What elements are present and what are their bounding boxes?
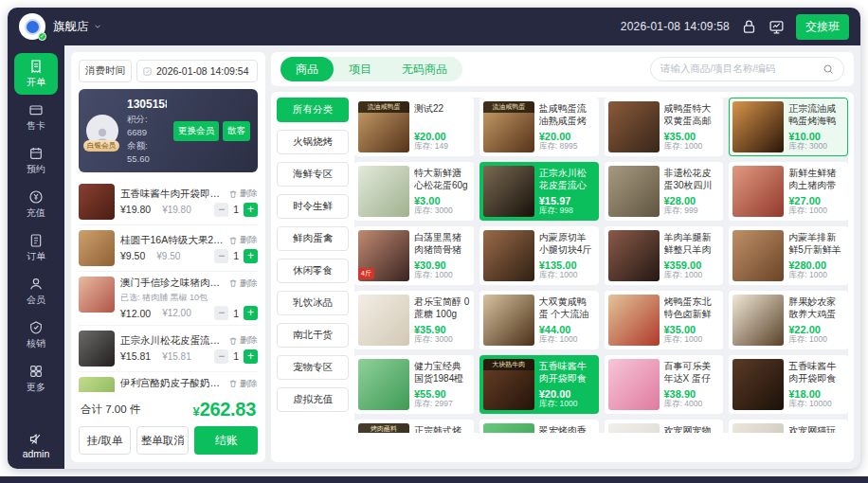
product-card[interactable]: 正宗永川松花皮蛋流心无铅工艺农...¥15.97库存: 998 bbox=[479, 162, 599, 221]
product-card[interactable]: 大块熟牛肉 五香味酱牛肉开袋即食卤牛肉熟食...¥20.00库存: 1000 bbox=[479, 355, 599, 414]
product-stock: 库存: 1000 bbox=[539, 400, 578, 409]
category-乳饮冰品[interactable]: 乳饮冰品 bbox=[277, 291, 349, 315]
screen: ✓ 旗舰店 2026-01-08 14:09:58 交接班 开单售卡预约充值订单… bbox=[0, 0, 868, 483]
product-card[interactable]: 五香味酱牛肉开袋即食卤牛肉熟食...¥18.00库存: 10000 bbox=[729, 355, 848, 414]
sidebar-item-label: 会员 bbox=[27, 294, 45, 307]
product-card[interactable]: 4斤 白荡里黑猪肉猪筒骨猪大骨敲汤煲...¥30.90库存: 1000 bbox=[354, 226, 474, 285]
category-时令生鲜[interactable]: 时令生鲜 bbox=[277, 194, 349, 219]
qty-plus-button[interactable]: + bbox=[244, 249, 258, 263]
nav-sidebar: 开单售卡预约充值订单会员核销更多 admin bbox=[8, 45, 64, 469]
tab-无码商品[interactable]: 无码商品 bbox=[387, 57, 462, 81]
product-image bbox=[483, 166, 534, 217]
product-image: 大块熟牛肉 bbox=[483, 359, 534, 410]
cart-item-delete-button[interactable]: 删除 bbox=[228, 188, 258, 200]
hold-order-button[interactable]: 挂/取单 bbox=[79, 426, 131, 455]
sidebar-item-shouka[interactable]: 售卡 bbox=[14, 97, 58, 138]
category-休闲零食[interactable]: 休闲零食 bbox=[277, 259, 349, 283]
qty-plus-button[interactable]: + bbox=[244, 349, 258, 364]
product-stock: 库存: 8995 bbox=[539, 142, 578, 152]
product-card[interactable]: 烤鸭蛋东北特色卤新鲜散养烟熏鸭蛋...¥35.00库存: 1000 bbox=[605, 291, 724, 349]
qty-value: 1 bbox=[233, 204, 239, 215]
sidebar-item-yuyue[interactable]: 预约 bbox=[14, 140, 58, 182]
catalog-area: 商品项目无码商品 请输入商品/项目名称/编码 所有分类火锅烧烤海鲜专区时令生鲜鲜… bbox=[271, 52, 854, 462]
member-icon bbox=[28, 277, 44, 292]
logo-emblem bbox=[25, 19, 41, 35]
product-card[interactable]: 欢宠网猫玩具猫咪... bbox=[729, 420, 848, 433]
qty-plus-button[interactable]: + bbox=[244, 306, 258, 320]
consume-time-input[interactable]: 2026-01-08 14:09:54 bbox=[136, 60, 258, 82]
product-name: 欢宠网猫玩具猫咪... bbox=[788, 424, 844, 433]
shift-change-button[interactable]: 交接班 bbox=[796, 14, 849, 40]
sidebar-item-huiyuan[interactable]: 会员 bbox=[14, 271, 58, 313]
category-鲜肉蛋禽[interactable]: 鲜肉蛋禽 bbox=[277, 226, 349, 251]
store-logo: ✓ bbox=[19, 13, 45, 40]
product-card[interactable]: 大双黄咸鸭蛋 个大流油 农家自制...¥44.00库存: 1000 bbox=[479, 291, 599, 349]
category-火锅烧烤[interactable]: 火锅烧烤 bbox=[277, 130, 349, 154]
product-card[interactable]: 新鲜生鲜猪肉土猪肉带皮无骨五花...¥27.00库存: 1000 bbox=[729, 162, 848, 221]
qty-minus-button[interactable]: − bbox=[214, 203, 228, 217]
sidebar-item-gengduo[interactable]: 更多 bbox=[14, 358, 58, 400]
product-card[interactable]: 正宗流油咸鸭蛋烤海鸭蛋熟咸蛋黄...¥10.00库存: 3000 bbox=[729, 98, 848, 156]
product-card[interactable]: 烤肉蘸料 正宗韩式烤肉蘸料... bbox=[354, 420, 474, 433]
category-虚拟充值[interactable]: 虚拟充值 bbox=[277, 387, 349, 412]
void-order-button[interactable]: 整单取消 bbox=[136, 426, 189, 455]
product-image-label: 流油咸鸭蛋 bbox=[483, 101, 534, 113]
product-card[interactable]: 流油咸鸭蛋 测试22¥20.00库存: 149 bbox=[354, 98, 474, 156]
product-card[interactable]: 特大新鲜溏心松花蛋60g无铅工艺...¥3.00库存: 3000 bbox=[354, 162, 474, 221]
search-placeholder: 请输入商品/项目名称/编码 bbox=[660, 63, 817, 76]
cart-item-delete-button[interactable]: 删除 bbox=[228, 378, 258, 390]
change-member-button[interactable]: 更换会员 bbox=[173, 121, 219, 141]
product-card[interactable]: 翠宏烤肉香鲜蘸料... bbox=[479, 420, 599, 433]
product-stock: 库存: 1000 bbox=[788, 271, 827, 280]
lock-screen-icon[interactable] bbox=[741, 19, 757, 35]
product-card[interactable]: 胖果妙农家散养大鸡蛋12枚*100-1...¥22.00库存: 1000 bbox=[729, 291, 848, 349]
category-所有分类[interactable]: 所有分类 bbox=[277, 98, 349, 122]
category-南北干货[interactable]: 南北干货 bbox=[277, 323, 349, 348]
cart-item: 伊利宫酪奶皮子酸奶原味低温... 删除 已选: 138g*12盒 ¥62.27 … bbox=[79, 372, 258, 392]
product-card[interactable]: 内蒙羊排新鲜5斤新鲜羊肉现场分...¥280.00库存: 1000 bbox=[729, 226, 848, 285]
qty-minus-button[interactable]: − bbox=[214, 306, 228, 320]
search-input[interactable]: 请输入商品/项目名称/编码 bbox=[650, 57, 844, 81]
checkout-button[interactable]: 结账 bbox=[194, 426, 258, 455]
tab-商品[interactable]: 商品 bbox=[280, 57, 334, 81]
product-card[interactable]: 内蒙原切羊小腿切块4斤 生鲜羊肉...¥135.00库存: 1000 bbox=[479, 226, 599, 285]
sidebar-item-chongzhi[interactable]: 充值 bbox=[14, 184, 58, 225]
consume-time-label: 消费时间 bbox=[79, 60, 132, 82]
qty-minus-button[interactable]: − bbox=[214, 249, 228, 263]
tab-项目[interactable]: 项目 bbox=[334, 57, 387, 81]
product-card[interactable]: 健力宝经典国货1984橙蜜味电解质...¥55.90库存: 2997 bbox=[354, 355, 474, 414]
sidebar-item-dingdan[interactable]: 订单 bbox=[14, 227, 58, 269]
product-card[interactable]: 君乐宝简醇 0蔗糖 100g *20袋 低...¥35.90库存: 3000 bbox=[354, 291, 474, 349]
walkin-button[interactable]: 散客 bbox=[223, 121, 250, 141]
category-海鲜专区[interactable]: 海鲜专区 bbox=[277, 162, 349, 187]
product-card[interactable]: 羊肉羊腿新鲜整只羊肉羊排内蒙古...¥359.00库存: 1000 bbox=[605, 226, 724, 285]
cart-item-name: 五香味酱牛肉开袋即食卤牛肉... bbox=[120, 188, 225, 201]
top-bar: ✓ 旗舰店 2026-01-08 14:09:58 交接班 bbox=[8, 8, 860, 45]
product-card[interactable]: 咸鸭蛋特大双黄蛋高邮正宗流油双...¥35.00库存: 1000 bbox=[605, 98, 724, 156]
product-card[interactable]: 欢宠网宠物狗玩具... bbox=[605, 420, 724, 433]
total-quantity: 合计 7.00 件 bbox=[81, 402, 140, 417]
product-image bbox=[358, 359, 409, 410]
product-stock: 库存: 149 bbox=[414, 142, 448, 152]
qty-plus-button[interactable]: + bbox=[244, 203, 258, 217]
sidebar-user[interactable]: admin bbox=[23, 432, 50, 459]
product-card[interactable]: 百事可乐美年达X 蛋仔派对 白凤蜜...¥38.90库存: 4000 bbox=[605, 355, 724, 414]
sidebar-item-label: 售卡 bbox=[27, 119, 45, 133]
product-image: 流油咸鸭蛋 bbox=[483, 101, 534, 152]
cart-item-delete-button[interactable]: 删除 bbox=[228, 334, 258, 347]
store-switcher[interactable]: 旗舰店 bbox=[53, 19, 102, 35]
product-name: 翠宏烤肉香鲜蘸料... bbox=[539, 424, 595, 433]
sidebar-item-kaidan[interactable]: 开单 bbox=[14, 53, 58, 95]
product-image bbox=[608, 230, 660, 281]
category-宠物专区[interactable]: 宠物专区 bbox=[277, 355, 349, 380]
product-name: 君乐宝简醇 0蔗糖 100g *20袋 低... bbox=[414, 295, 470, 321]
qty-minus-button[interactable]: − bbox=[214, 349, 228, 364]
product-card[interactable]: 非遗松花皮蛋30枚四川特产变蛋皮...¥28.00库存: 999 bbox=[605, 162, 724, 221]
cart-item-orig-price: ¥12.00 bbox=[162, 308, 191, 318]
product-stock: 库存: 998 bbox=[539, 206, 573, 216]
product-card[interactable]: 流油咸鸭蛋 盐咸鸭蛋流油熟咸蛋烤海鸭蛋熟咸...¥20.00库存: 8995 bbox=[479, 98, 599, 156]
cart-item-delete-button[interactable]: 删除 bbox=[228, 277, 258, 290]
customer-display-icon[interactable] bbox=[769, 19, 785, 35]
cart-item-delete-button[interactable]: 删除 bbox=[228, 234, 258, 246]
sidebar-item-hexiao[interactable]: 核销 bbox=[14, 314, 58, 356]
